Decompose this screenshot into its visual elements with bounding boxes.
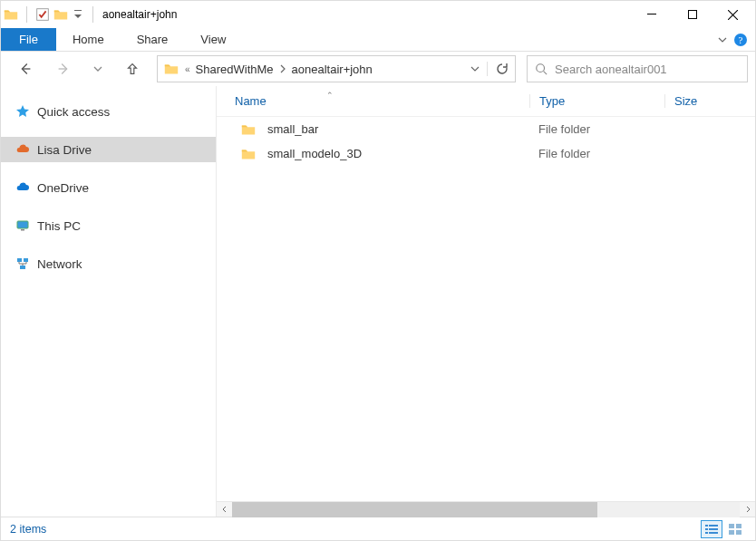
breadcrumb-segment[interactable]: SharedWithMe	[196, 63, 274, 76]
table-row[interactable]: small_modelo_3D File folder	[217, 141, 755, 166]
scroll-right-button[interactable]	[740, 502, 755, 517]
divider	[92, 6, 93, 23]
file-name: small_bar	[267, 122, 318, 136]
up-button[interactable]	[119, 57, 146, 81]
refresh-button[interactable]	[487, 62, 509, 76]
svg-text:?: ?	[739, 34, 743, 45]
sidebar-item-quick-access[interactable]: Quick access	[1, 99, 216, 124]
column-label: Type	[539, 94, 565, 108]
column-headers: Name ⌃ Type Size	[217, 86, 755, 117]
svg-rect-7	[17, 221, 28, 228]
column-label: Name	[235, 94, 267, 108]
close-button[interactable]	[712, 2, 753, 28]
search-icon	[535, 63, 548, 75]
svg-rect-1	[74, 10, 82, 11]
file-type: File folder	[529, 147, 664, 160]
column-label: Size	[674, 94, 697, 108]
sidebar: Quick access Lisa Drive OneDrive This PC	[1, 86, 217, 517]
chevron-right-icon[interactable]	[279, 64, 286, 73]
sidebar-item-label: Lisa Drive	[37, 143, 92, 157]
file-list: small_bar File folder small_modelo_3D Fi…	[217, 117, 755, 501]
tab-home[interactable]: Home	[56, 28, 121, 51]
svg-rect-22	[736, 530, 741, 535]
address-dropdown-icon[interactable]	[470, 64, 480, 73]
scroll-track[interactable]	[232, 502, 740, 517]
nav-row: « SharedWithMe aonealtair+john	[1, 52, 755, 86]
table-row[interactable]: small_bar File folder	[217, 117, 755, 141]
titlebar: aonealtair+john	[1, 1, 755, 28]
folder-icon	[240, 146, 257, 162]
svg-rect-21	[729, 530, 734, 535]
folder-icon	[163, 61, 179, 77]
svg-rect-9	[21, 229, 24, 231]
qat-dropdown-icon[interactable]	[71, 8, 85, 21]
file-type: File folder	[529, 122, 664, 136]
status-bar: 2 items	[1, 517, 755, 540]
svg-rect-14	[709, 525, 718, 527]
icons-view-button[interactable]	[724, 520, 746, 538]
ribbon-expand-icon[interactable]	[717, 34, 728, 45]
folder-icon	[3, 6, 19, 23]
tab-share[interactable]: Share	[121, 28, 185, 51]
svg-rect-13	[705, 525, 708, 527]
breadcrumb-label: aonealtair+john	[292, 63, 373, 76]
details-view-button[interactable]	[701, 520, 722, 538]
window-controls	[631, 2, 753, 28]
sidebar-item-onedrive[interactable]: OneDrive	[1, 175, 216, 200]
file-name: small_modelo_3D	[267, 147, 362, 160]
sidebar-item-this-pc[interactable]: This PC	[1, 213, 216, 238]
horizontal-scrollbar[interactable]	[217, 501, 755, 517]
forward-button[interactable]	[50, 57, 77, 81]
svg-rect-2	[647, 14, 656, 14]
scroll-left-button[interactable]	[217, 502, 232, 517]
sidebar-item-label: Quick access	[37, 105, 110, 119]
svg-rect-20	[736, 524, 741, 528]
breadcrumb-label: SharedWithMe	[196, 63, 274, 76]
sidebar-item-label: OneDrive	[37, 181, 89, 195]
cloud-icon	[15, 180, 30, 195]
sidebar-item-label: Network	[37, 257, 82, 271]
svg-rect-19	[729, 524, 734, 528]
tab-view[interactable]: View	[184, 28, 242, 51]
column-type[interactable]: Type	[529, 94, 664, 108]
sidebar-item-network[interactable]: Network	[1, 251, 216, 276]
qat-checkbox-icon[interactable]	[34, 6, 51, 23]
breadcrumb-segment[interactable]: aonealtair+john	[292, 63, 373, 76]
column-size[interactable]: Size	[664, 94, 746, 108]
svg-rect-3	[688, 11, 696, 19]
svg-rect-11	[24, 258, 28, 262]
maximize-button[interactable]	[672, 2, 712, 28]
svg-rect-16	[709, 528, 718, 530]
recent-locations-dropdown[interactable]	[88, 61, 108, 77]
svg-rect-17	[705, 532, 708, 534]
cloud-icon	[15, 142, 30, 157]
column-name[interactable]: Name ⌃	[235, 94, 529, 108]
svg-rect-12	[20, 266, 25, 269]
qat-folder-icon[interactable]	[53, 6, 69, 23]
divider	[26, 6, 27, 23]
sidebar-item-label: This PC	[37, 219, 81, 233]
folder-icon	[240, 121, 257, 138]
star-icon	[15, 104, 30, 119]
back-button[interactable]	[12, 57, 39, 81]
svg-rect-18	[709, 532, 718, 534]
help-icon[interactable]: ?	[733, 33, 748, 47]
item-count: 2 items	[10, 523, 46, 536]
chevron-left-icon[interactable]: «	[185, 64, 190, 74]
svg-point-6	[537, 64, 545, 72]
main-panel: Name ⌃ Type Size small_bar File folder	[217, 86, 755, 517]
monitor-icon	[15, 218, 30, 233]
search-input[interactable]	[555, 63, 740, 76]
file-tab[interactable]: File	[1, 28, 56, 51]
search-box[interactable]	[527, 55, 748, 82]
svg-rect-10	[17, 258, 22, 262]
network-icon	[15, 256, 30, 271]
ribbon: File Home Share View ?	[1, 28, 755, 52]
minimize-button[interactable]	[631, 2, 672, 28]
scroll-thumb[interactable]	[232, 502, 597, 517]
window-title: aonealtair+john	[102, 8, 177, 21]
sidebar-item-lisa-drive[interactable]: Lisa Drive	[1, 137, 216, 162]
address-bar[interactable]: « SharedWithMe aonealtair+john	[157, 55, 516, 82]
svg-rect-15	[705, 528, 708, 530]
